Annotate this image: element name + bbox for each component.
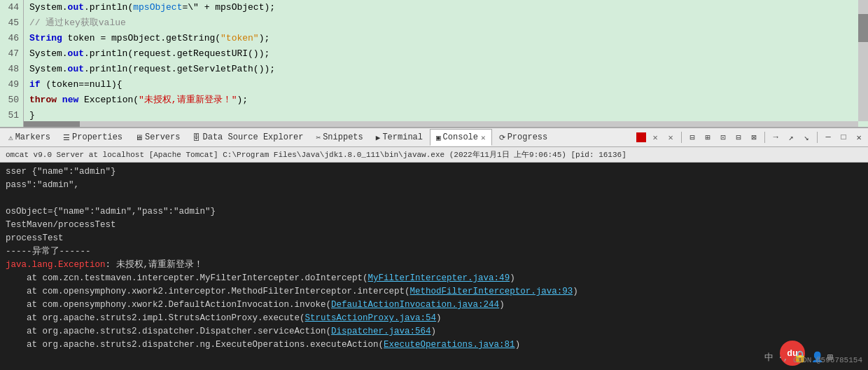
paste-button[interactable]: ⊡ bbox=[717, 131, 729, 144]
stack-link-5[interactable]: Dispatcher.java:564 bbox=[331, 327, 431, 336]
scroll-button[interactable]: ⊠ bbox=[748, 131, 760, 144]
separator-2 bbox=[764, 132, 765, 143]
datasource-icon: 🗄 bbox=[192, 133, 200, 142]
tab-snippets[interactable]: ✂ Snippets bbox=[311, 129, 369, 146]
tab-servers[interactable]: 🖥 Servers bbox=[130, 129, 186, 146]
console-icon: ▣ bbox=[436, 133, 441, 142]
tab-datasource-label: Data Source Explorer bbox=[202, 132, 303, 142]
tab-progress[interactable]: ⟳ Progress bbox=[493, 129, 554, 146]
export-button[interactable]: ↗ bbox=[785, 131, 797, 144]
line-numbers: 44 45 46 47 48 49 50 51 52 bbox=[0, 0, 24, 127]
code-editor: 44 45 46 47 48 49 50 51 52 System.out.pr… bbox=[0, 0, 868, 128]
tab-toolbar: ✕ ✕ ⊟ ⊞ ⊡ ⊟ ⊠ → ↗ ↘ — □ ✕ bbox=[636, 131, 865, 144]
watermark: CSDN @596785154 bbox=[793, 354, 862, 367]
maximize-button[interactable]: □ bbox=[837, 131, 850, 144]
console-line-error: java.lang.Exception: 未授权,请重新登录！ bbox=[6, 259, 862, 272]
code-content: System.out.println(mpsObject=\" + mpsObj… bbox=[24, 0, 868, 127]
console-line-stack-3: at com.opensymphony.xwork2.DefaultAction… bbox=[6, 299, 862, 312]
tab-bar: ⚠ Markers ☰ Properties 🖥 Servers 🗄 Data … bbox=[0, 128, 868, 147]
server-info-text: omcat v9.0 Server at localhost [Apache T… bbox=[6, 149, 626, 160]
console-line: sser {"name":"admin"} bbox=[6, 165, 862, 179]
stop-button[interactable] bbox=[636, 132, 646, 142]
console-line-stack-6: at org.apache.struts2.dispatcher.ng.Exec… bbox=[6, 338, 862, 352]
terminal-icon: ▶ bbox=[376, 133, 381, 142]
chinese-icon: 中 bbox=[764, 351, 774, 364]
console-close-icon[interactable]: ✕ bbox=[481, 133, 486, 142]
tab-terminal-label: Terminal bbox=[382, 132, 423, 142]
properties-icon: ☰ bbox=[63, 133, 70, 142]
tab-properties-label: Properties bbox=[72, 132, 122, 142]
stack-link-3[interactable]: DefaultActionInvocation.java:244 bbox=[331, 300, 499, 310]
separator-3 bbox=[817, 132, 818, 143]
clear-button[interactable]: ⊟ bbox=[732, 131, 745, 144]
console-line: osObject={"name":"admin","pass":"admin"} bbox=[6, 205, 862, 219]
terminate-button[interactable]: ✕ bbox=[649, 131, 662, 144]
disconnect-button[interactable]: ✕ bbox=[664, 131, 677, 144]
forward-button[interactable]: → bbox=[769, 131, 782, 144]
progress-icon: ⟳ bbox=[499, 133, 505, 142]
tab-servers-label: Servers bbox=[145, 132, 180, 142]
separator-1 bbox=[681, 132, 682, 143]
stack-link-4[interactable]: StrutsActionProxy.java:54 bbox=[305, 313, 437, 323]
console-line bbox=[6, 192, 862, 205]
import-button[interactable]: ↘ bbox=[800, 131, 813, 144]
stack-link-2[interactable]: MethodFilterInterceptor.java:93 bbox=[410, 287, 573, 296]
console-line-stack-2: at com.opensymphony.xwork2.interceptor.M… bbox=[6, 285, 862, 299]
console-output: sser {"name":"admin"} pass":"admin", osO… bbox=[0, 163, 868, 370]
horizontal-scrollbar[interactable] bbox=[24, 121, 858, 127]
console-line: pass":"admin", bbox=[6, 179, 862, 192]
tab-data-source-explorer[interactable]: 🗄 Data Source Explorer bbox=[187, 129, 309, 146]
dot-icon: ·, bbox=[778, 351, 789, 364]
tab-markers[interactable]: ⚠ Markers bbox=[3, 129, 56, 146]
console-line: processTest bbox=[6, 232, 862, 245]
markers-icon: ⚠ bbox=[8, 133, 13, 142]
stack-link-1[interactable]: MyFilterIntercepter.java:49 bbox=[368, 273, 510, 283]
servers-icon: 🖥 bbox=[135, 133, 143, 142]
tab-properties[interactable]: ☰ Properties bbox=[57, 129, 128, 146]
copy-button[interactable]: ⊞ bbox=[701, 131, 714, 144]
tab-console-label: Console bbox=[443, 132, 478, 142]
console-line: -----异常了------ bbox=[6, 245, 862, 259]
console-line-stack-1: at com.zcn.testmaven.intercepter.MyFilte… bbox=[6, 272, 862, 285]
tab-markers-label: Markers bbox=[15, 132, 50, 142]
snippets-icon: ✂ bbox=[316, 133, 321, 142]
console-line-stack-5: at org.apache.struts2.dispatcher.Dispatc… bbox=[6, 325, 862, 338]
pin-button[interactable]: ⊟ bbox=[686, 131, 699, 144]
tab-progress-label: Progress bbox=[507, 132, 548, 142]
close-view-button[interactable]: ✕ bbox=[853, 131, 865, 144]
stack-link-6[interactable]: ExecuteOperations.java:81 bbox=[384, 340, 515, 350]
tab-terminal[interactable]: ▶ Terminal bbox=[370, 129, 428, 146]
vertical-scrollbar[interactable] bbox=[858, 0, 868, 121]
tab-console[interactable]: ▣ Console ✕ bbox=[430, 129, 492, 146]
server-info-bar: omcat v9.0 Server at localhost [Apache T… bbox=[0, 147, 868, 163]
console-line: TestMaven/processTest bbox=[6, 219, 862, 232]
console-line-stack-4: at org.apache.struts2.impl.StrutsActionP… bbox=[6, 312, 862, 325]
minimize-button[interactable]: — bbox=[822, 131, 834, 144]
tab-snippets-label: Snippets bbox=[323, 132, 363, 142]
